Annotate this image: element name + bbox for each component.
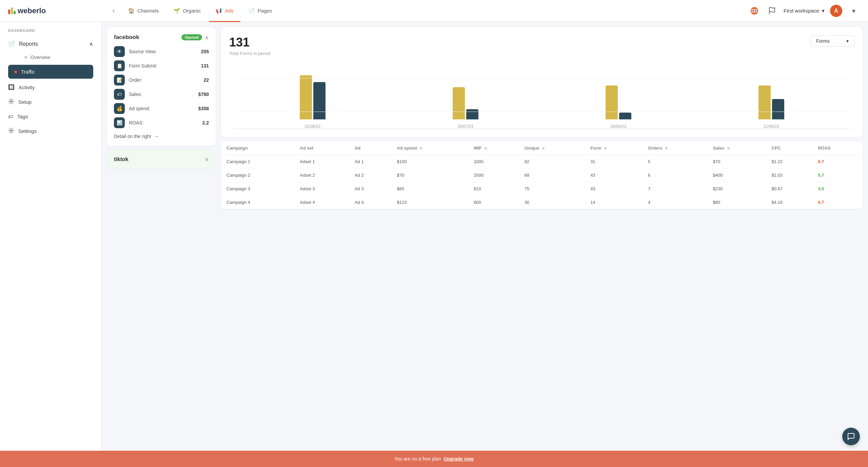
table-row: Campaign 4 Adset 4 Ad 4 $123 600 30 14 4… xyxy=(221,196,863,209)
cell-ad-4: Ad 4 xyxy=(349,196,392,209)
cell-sales-2: $400 xyxy=(707,169,766,182)
source-view-value: 255 xyxy=(201,49,209,54)
cell-orders-3: 7 xyxy=(643,182,707,196)
sort-adspend-icon: ⇅ xyxy=(419,147,422,150)
cell-spend-1: $100 xyxy=(392,155,469,169)
bar-group-bars-0 xyxy=(300,75,326,119)
th-unique[interactable]: Unique ⇅ xyxy=(519,141,585,155)
channels-icon: 🏠 xyxy=(128,8,135,14)
sidebar-item-reports[interactable]: 📄 Reports ∧ xyxy=(0,37,101,51)
cell-campaign-1: Campaign 1 xyxy=(221,155,295,169)
overview-dot xyxy=(24,56,27,59)
sales-value: $780 xyxy=(198,92,209,97)
th-roas[interactable]: ROAS xyxy=(812,141,863,155)
main-content: facebook Opened ∧ 👁 Source View: 255 📋 F… xyxy=(102,22,868,451)
settings-icon xyxy=(8,128,14,135)
bar-dark-1 xyxy=(466,109,478,119)
nav-right: First workspace ▾ A ▾ xyxy=(748,5,860,17)
cell-roas-4: 0.7 xyxy=(812,196,863,209)
sort-form-icon: ⇅ xyxy=(604,147,607,150)
workspace-name: First workspace xyxy=(784,8,819,14)
sidebar-item-traffic[interactable]: Traffic xyxy=(8,65,93,79)
cell-roas-2: 5.7 xyxy=(812,169,863,182)
order-label: Order: xyxy=(129,77,199,83)
th-ad[interactable]: Ad xyxy=(349,141,392,155)
tab-organic[interactable]: 🌱 Organic xyxy=(167,5,208,17)
sidebar-item-activity[interactable]: 🔲 Activity xyxy=(0,80,101,94)
cell-orders-1: 5 xyxy=(643,155,707,169)
logo-text: weberlo xyxy=(18,6,46,15)
stat-sales: 🏷 Sales: $780 xyxy=(114,89,209,100)
cell-campaign-3: Campaign 3 xyxy=(221,182,295,196)
th-imp[interactable]: IMP ⇅ xyxy=(468,141,519,155)
chart-total-area: 131 Total Forms in period xyxy=(229,35,270,56)
sales-icon: 🏷 xyxy=(114,89,125,100)
activity-label: Activity xyxy=(19,84,35,90)
svg-point-5 xyxy=(11,101,12,102)
th-cpc[interactable]: CPC xyxy=(766,141,813,155)
table-row: Campaign 3 Adset 3 Ad 3 $65 810 75 43 7 … xyxy=(221,182,863,196)
logo-icon xyxy=(8,7,16,14)
stat-form-submit: 📋 Form Submit: 131 xyxy=(114,60,209,71)
facebook-collapse-button[interactable]: ∧ xyxy=(205,34,209,41)
th-campaign[interactable]: Campaign xyxy=(221,141,295,155)
settings-label: Settings xyxy=(18,128,37,134)
form-submit-icon: 📋 xyxy=(114,60,125,71)
nav-expand-button[interactable]: ▾ xyxy=(848,5,860,17)
workspace-button[interactable]: First workspace ▾ xyxy=(784,8,825,14)
detail-link-arrow-icon: → xyxy=(154,134,159,139)
bar-chart: 21/08/23 20/07/23 20 xyxy=(229,61,854,129)
cell-cpc-2: $1.03 xyxy=(766,169,813,182)
cell-spend-4: $123 xyxy=(392,196,469,209)
organic-icon: 🌱 xyxy=(174,8,180,14)
traffic-label: Traffic xyxy=(21,69,35,75)
cell-campaign-2: Campaign 2 xyxy=(221,169,295,182)
bar-group-bars-3 xyxy=(758,85,784,119)
chat-fab-button[interactable] xyxy=(842,428,860,445)
th-adspend[interactable]: Ad spend ⇅ xyxy=(392,141,469,155)
sidebar-section-label: DASHBOARD xyxy=(0,28,101,33)
th-sales[interactable]: Sales ⇅ xyxy=(707,141,766,155)
cell-imp-2: 2000 xyxy=(468,169,519,182)
th-form[interactable]: Form ⇅ xyxy=(585,141,643,155)
bar-label-2: 20/06/23 xyxy=(610,124,626,129)
campaigns-table: Campaign Ad set Ad Ad spend ⇅ xyxy=(221,141,863,209)
nav-back-button[interactable]: ‹ xyxy=(110,4,117,17)
opened-badge: Opened xyxy=(181,34,202,40)
facebook-card: facebook Opened ∧ 👁 Source View: 255 📋 F… xyxy=(107,27,216,146)
chart-dropdown[interactable]: Forms ▾ xyxy=(810,35,854,47)
th-orders[interactable]: Orders ⇅ xyxy=(643,141,707,155)
cell-adset-4: Adset 4 xyxy=(295,196,349,209)
sidebar-item-overview[interactable]: Overview xyxy=(16,51,101,63)
sidebar-item-tags[interactable]: 🏷 Tags xyxy=(0,110,101,123)
avatar[interactable]: A xyxy=(830,5,842,17)
bar-group-2: 20/06/23 xyxy=(606,85,631,129)
tags-icon: 🏷 xyxy=(8,114,13,119)
flag-icon-button[interactable] xyxy=(766,5,778,17)
cell-spend-2: $70 xyxy=(392,169,469,182)
tiktok-card[interactable]: tiktok ∨ xyxy=(107,150,216,169)
sidebar-item-setup[interactable]: Setup xyxy=(0,94,101,110)
globe-icon-button[interactable] xyxy=(748,5,761,17)
sidebar: DASHBOARD 📄 Reports ∧ Overview Traffic 🔲 xyxy=(0,22,102,451)
detail-link[interactable]: Detail on the right → xyxy=(114,134,209,139)
sales-label: Sales: xyxy=(129,92,194,97)
sort-orders-icon: ⇅ xyxy=(665,147,668,150)
table-body: Campaign 1 Adset 1 Ad 1 $100 1000 82 31 … xyxy=(221,155,863,209)
bar-yellow-3 xyxy=(758,85,771,119)
stat-ad-spend: 💰 Ad spend: $358 xyxy=(114,103,209,114)
tab-channels[interactable]: 🏠 Channels xyxy=(121,5,165,17)
tab-ads[interactable]: 📢 Ads xyxy=(209,5,240,17)
upgrade-link[interactable]: Upgrade now xyxy=(443,456,474,462)
th-adset[interactable]: Ad set xyxy=(295,141,349,155)
tab-pages[interactable]: 📄 Pages xyxy=(242,5,279,17)
top-nav: weberlo ‹ 🏠 Channels 🌱 Organic 📢 Ads 📄 P… xyxy=(0,0,868,22)
order-icon: 📝 xyxy=(114,75,125,85)
bar-yellow-2 xyxy=(606,85,618,119)
sidebar-item-settings[interactable]: Settings xyxy=(0,123,101,139)
tiktok-expand-button[interactable]: ∨ xyxy=(205,156,209,162)
sort-imp-icon: ⇅ xyxy=(484,147,487,150)
setup-icon xyxy=(8,98,14,105)
bar-label-1: 20/07/23 xyxy=(457,124,473,129)
sidebar-sub-section: Overview xyxy=(0,51,101,63)
